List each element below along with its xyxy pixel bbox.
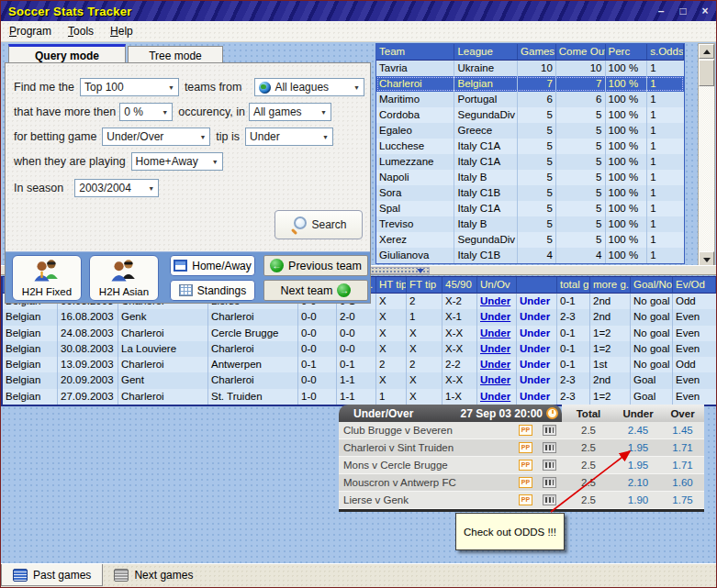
close-button[interactable]: × [694,1,716,21]
games-cell: X [407,341,443,357]
games-cell: 2 [407,357,443,372]
league-select[interactable]: All leagues [254,78,364,96]
betting-game-select[interactable]: Under/Over [102,128,210,146]
menu-item-tools[interactable]: Tools [60,22,102,40]
pp-icon[interactable]: PP [519,477,532,488]
games-header-cell: more g. [590,277,631,294]
under-link[interactable]: Under [477,372,517,388]
teams-cell: 5 [518,201,556,216]
under-link[interactable]: Under [477,309,517,325]
chart-icon[interactable] [543,442,556,453]
table-row[interactable]: EgaleoGreece55100 %1 [376,123,684,139]
under-tip: Under [517,341,557,357]
games-header-cell: Un/Ov [477,277,517,294]
table-row[interactable]: MaritimoPortugal66100 %1 [376,92,684,107]
table-row[interactable]: Belgian27.09.2003CharleroiSt. Truiden1-0… [3,389,716,405]
teams-cell: 1 [647,107,684,123]
tab-past-games[interactable]: Past games [1,564,103,586]
season-select[interactable]: 2003/2004 [74,179,159,197]
odds-total-value: 2.5 [562,494,615,505]
table-row[interactable]: Belgian30.08.2003La LouviereCharleroi0-0… [3,341,716,357]
maximize-button[interactable]: □ [672,1,694,21]
odds-col-total: Total [562,408,615,419]
table-row[interactable]: LumezzaneItaly C1A55100 %1 [376,154,684,170]
h2h-asian-button[interactable]: H2H Asian [89,255,159,301]
table-row[interactable]: SpalItaly C1A55100 %1 [376,201,684,216]
previous-team-label: Previous team [288,260,362,272]
odds-over-value: 1.71 [661,442,704,453]
teams-cell: 5 [556,216,606,232]
under-link[interactable]: Under [477,326,517,341]
under-link[interactable]: Under [477,341,517,357]
chevron-down-icon [164,84,174,91]
minimize-button[interactable]: – [650,1,672,21]
previous-team-button[interactable]: ← Previous team [263,255,368,276]
odds-over-value: 1.75 [661,494,704,505]
menu-item-help[interactable]: Help [102,22,141,40]
under-link[interactable]: Under [477,357,517,372]
clock-icon [546,407,558,419]
next-team-button[interactable]: Next team → [263,280,368,301]
query-panel: Find me the Top 100 teams from All leagu… [5,62,371,304]
table-row[interactable]: Belgian24.08.2003CharleroiCercle Brugge0… [3,326,716,341]
games-cell: X [376,326,407,341]
menu-item-program[interactable]: Program [1,22,60,40]
under-link[interactable]: Under [477,389,517,405]
pp-icon[interactable]: PP [519,425,532,436]
games-cell: 0-1 [557,294,590,309]
table-row[interactable]: NapoliItaly B55100 %1 [376,170,684,185]
teams-scrollbar[interactable] [698,43,715,267]
games-scope-select[interactable]: All games [249,103,331,121]
percent-select[interactable]: 0 % [119,103,173,121]
under-link[interactable]: Under [477,294,517,309]
odds-over-value: 1.71 [661,460,704,471]
table-row[interactable]: CharleroiBelgian77100 %1 [376,76,684,92]
games-cell: 24.08.2003 [58,326,118,341]
table-row[interactable]: LuccheseItaly C1A55100 %1 [376,139,684,154]
h2h-people-icon [108,258,140,285]
games-cell: 2 [376,357,407,372]
teams-header-cell: s.Odds [647,44,684,61]
table-row[interactable]: TrevisoItaly B55100 %1 [376,216,684,232]
table-grid-icon [179,284,193,296]
pp-icon[interactable]: PP [519,442,532,453]
odds-panel: Under/Over 27 Sep 03 20:00 Total Under O… [339,405,704,512]
odds-row: Club Brugge v BeverenPP2.52.451.45 [339,422,704,439]
games-cell: Even [673,372,716,388]
table-row[interactable]: TavriaUkraine1010100 %1 [376,61,684,76]
chart-icon[interactable] [543,477,556,488]
window-title: Soccer Stats Tracker [1,5,650,18]
tab-next-games[interactable]: Next games [103,564,204,586]
table-row[interactable]: CordobaSegundaDiv55100 %1 [376,107,684,123]
tab-tree-mode[interactable]: Tree mode [128,46,223,62]
chart-icon[interactable] [543,425,556,436]
search-button[interactable]: Search [274,210,363,239]
scroll-down-icon[interactable] [699,251,714,266]
arrow-left-icon: ← [270,259,284,272]
chart-icon[interactable] [543,460,556,471]
label-in-season: In season [14,182,63,194]
scroll-up-icon[interactable] [699,44,714,59]
scrollbar-thumb[interactable] [699,60,714,86]
standings-button[interactable]: Standings [170,280,255,301]
table-row[interactable]: Belgian16.08.2003GenkCharleroi0-02-0X1X-… [3,309,716,325]
playing-select[interactable]: Home+Away [131,152,223,171]
teams-cell: 100 % [606,248,648,263]
top-count-select[interactable]: Top 100 [80,78,179,96]
games-cell: Belgian [3,309,58,325]
tip-select[interactable]: Under [245,128,333,146]
table-row[interactable]: Belgian13.09.2003CharleroiAntwerpen0-10-… [3,357,716,372]
table-row[interactable]: XerezSegundaDiv55100 %1 [376,232,684,248]
teams-cell: 7 [556,76,606,92]
table-row[interactable]: SoraItaly C1B55100 %1 [376,185,684,201]
teams-cell: 4 [518,248,556,263]
home-away-button[interactable]: Home/Away [170,255,255,276]
table-row[interactable]: GiulianovaItaly C1B44100 %1 [376,248,684,263]
pp-icon[interactable]: PP [519,494,532,505]
h2h-fixed-button[interactable]: H2H Fixed [12,255,82,301]
games-cell: 0-1 [557,357,590,372]
tab-query-mode[interactable]: Query mode [8,44,126,62]
chart-icon[interactable] [543,494,556,505]
pp-icon[interactable]: PP [519,460,532,471]
table-row[interactable]: Belgian20.09.2003GentCharleroi0-01-1XXX-… [3,372,716,388]
